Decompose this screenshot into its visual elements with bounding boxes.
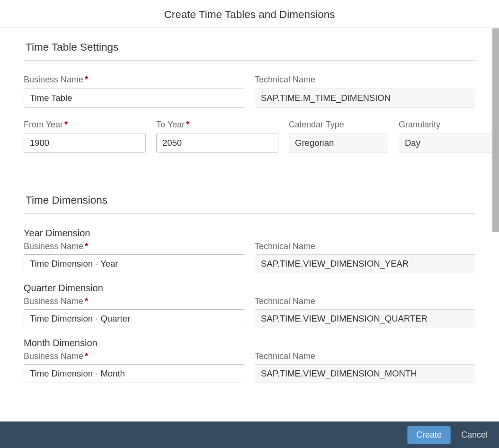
- label-quarter-technical-name: Technical Name: [255, 296, 475, 306]
- label-business-name: Business Name: [24, 75, 244, 85]
- input-from-year[interactable]: [24, 134, 146, 152]
- readonly-quarter-technical-name: SAP.TIME.VIEW_DIMENSION_QUARTER: [255, 309, 475, 328]
- dimension-block-year: Year Dimension Business Name Technical N…: [24, 228, 475, 273]
- input-quarter-business-name[interactable]: [24, 309, 244, 328]
- settings-row-1: Business Name Technical Name SAP.TIME.M_…: [24, 75, 475, 108]
- label-to-year: To Year: [156, 120, 278, 130]
- readonly-month-technical-name: SAP.TIME.VIEW_DIMENSION_MONTH: [255, 364, 475, 383]
- vertical-scrollbar[interactable]: [492, 28, 499, 232]
- field-month-business-name: Business Name: [24, 351, 244, 383]
- year-row: Business Name Technical Name SAP.TIME.VI…: [24, 242, 475, 273]
- quarter-row: Business Name Technical Name SAP.TIME.VI…: [24, 296, 475, 328]
- label-granularity: Granularity: [399, 120, 498, 130]
- label-month-technical-name: Technical Name: [255, 351, 475, 361]
- field-quarter-business-name: Business Name: [24, 296, 244, 328]
- section-divider: [24, 213, 475, 214]
- section-title-settings: Time Table Settings: [26, 41, 475, 54]
- dialog-title: Create Time Tables and Dimensions: [0, 9, 499, 21]
- label-technical-name: Technical Name: [255, 75, 475, 85]
- readonly-technical-name: SAP.TIME.M_TIME_DIMENSION: [255, 89, 475, 108]
- month-row: Business Name Technical Name SAP.TIME.VI…: [24, 351, 475, 383]
- label-quarter-business-name: Business Name: [24, 296, 244, 306]
- field-quarter-technical-name: Technical Name SAP.TIME.VIEW_DIMENSION_Q…: [255, 296, 475, 328]
- label-from-year: From Year: [24, 120, 146, 130]
- field-technical-name: Technical Name SAP.TIME.M_TIME_DIMENSION: [255, 75, 475, 108]
- select-granularity[interactable]: Day: [399, 134, 498, 152]
- select-calendar-type[interactable]: Gregorian: [289, 134, 388, 152]
- settings-row-2: From Year To Year Calendar Type Gregoria…: [24, 120, 475, 152]
- spacer: [24, 165, 475, 181]
- dimension-block-month: Month Dimension Business Name Technical …: [24, 338, 475, 383]
- field-business-name: Business Name: [24, 75, 244, 108]
- field-to-year: To Year: [156, 120, 278, 152]
- dimension-block-quarter: Quarter Dimension Business Name Technica…: [24, 283, 475, 328]
- input-business-name[interactable]: [24, 89, 244, 108]
- heading-quarter-dimension: Quarter Dimension: [24, 283, 475, 294]
- dialog-body: Time Table Settings Business Name Techni…: [0, 28, 499, 421]
- heading-month-dimension: Month Dimension: [24, 338, 475, 349]
- cancel-button[interactable]: Cancel: [459, 426, 490, 444]
- section-divider: [24, 60, 475, 61]
- input-month-business-name[interactable]: [24, 364, 244, 383]
- field-from-year: From Year: [24, 120, 146, 152]
- input-year-business-name[interactable]: [24, 254, 244, 273]
- dialog-footer: Create Cancel: [0, 421, 499, 448]
- create-button[interactable]: Create: [407, 426, 451, 444]
- field-granularity: Granularity Day: [399, 120, 498, 152]
- heading-year-dimension: Year Dimension: [24, 228, 475, 239]
- label-calendar-type: Calendar Type: [289, 120, 388, 130]
- label-year-technical-name: Technical Name: [255, 242, 475, 251]
- readonly-year-technical-name: SAP.TIME.VIEW_DIMENSION_YEAR: [255, 254, 475, 273]
- label-month-business-name: Business Name: [24, 351, 244, 361]
- field-calendar-type: Calendar Type Gregorian: [289, 120, 388, 152]
- field-year-business-name: Business Name: [24, 242, 244, 273]
- label-year-business-name: Business Name: [24, 242, 244, 251]
- input-to-year[interactable]: [156, 134, 278, 152]
- create-time-tables-dialog: Create Time Tables and Dimensions Time T…: [0, 0, 499, 448]
- field-month-technical-name: Technical Name SAP.TIME.VIEW_DIMENSION_M…: [255, 351, 475, 383]
- section-title-dimensions: Time Dimensions: [26, 194, 475, 206]
- field-year-technical-name: Technical Name SAP.TIME.VIEW_DIMENSION_Y…: [255, 242, 475, 273]
- dialog-header: Create Time Tables and Dimensions: [0, 0, 499, 28]
